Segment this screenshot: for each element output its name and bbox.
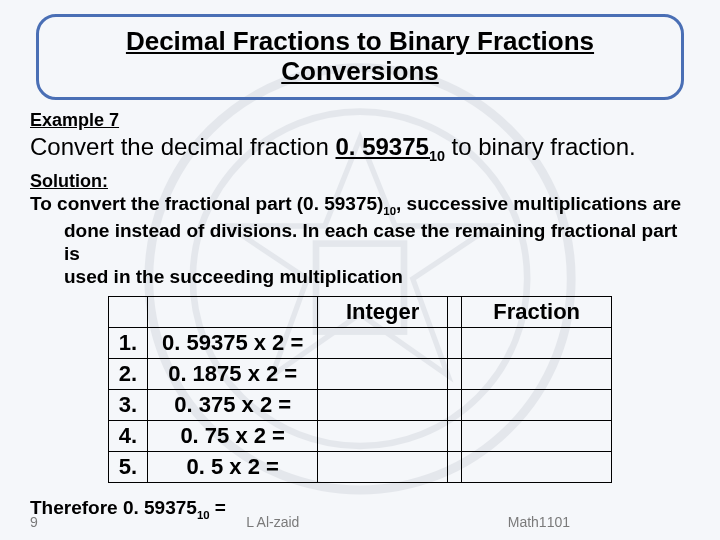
page-number: 9 [30,514,38,530]
problem-prompt: Convert the decimal fraction 0. 5937510 … [30,133,690,165]
example-label: Example 7 [30,110,690,131]
prompt-pre: Convert the decimal fraction [30,133,335,160]
footer: 9 L Al-zaid Math1101 [30,514,690,530]
calculation-table: Integer Fraction 1. 0. 59375 x 2 = 2. 0.… [108,296,612,483]
prompt-post: to binary fraction. [445,133,636,160]
footer-course: Math1101 [508,514,690,530]
col-integer: Integer [318,297,448,328]
solution-explanation: To convert the fractional part (0. 59375… [30,192,690,288]
col-fraction: Fraction [462,297,612,328]
table-row: 1. 0. 59375 x 2 = [108,328,611,359]
solution-label: Solution: [30,171,690,192]
title-box: Decimal Fractions to Binary Fractions Co… [36,14,684,100]
table-row: 4. 0. 75 x 2 = [108,421,611,452]
slide: Decimal Fractions to Binary Fractions Co… [0,0,720,540]
footer-author: L Al-zaid [38,514,508,530]
table-header-row: Integer Fraction [108,297,611,328]
prompt-value: 0. 5937510 [335,133,444,160]
table-row: 3. 0. 375 x 2 = [108,390,611,421]
table-row: 2. 0. 1875 x 2 = [108,359,611,390]
table-row: 5. 0. 5 x 2 = [108,452,611,483]
slide-title: Decimal Fractions to Binary Fractions Co… [53,27,667,87]
